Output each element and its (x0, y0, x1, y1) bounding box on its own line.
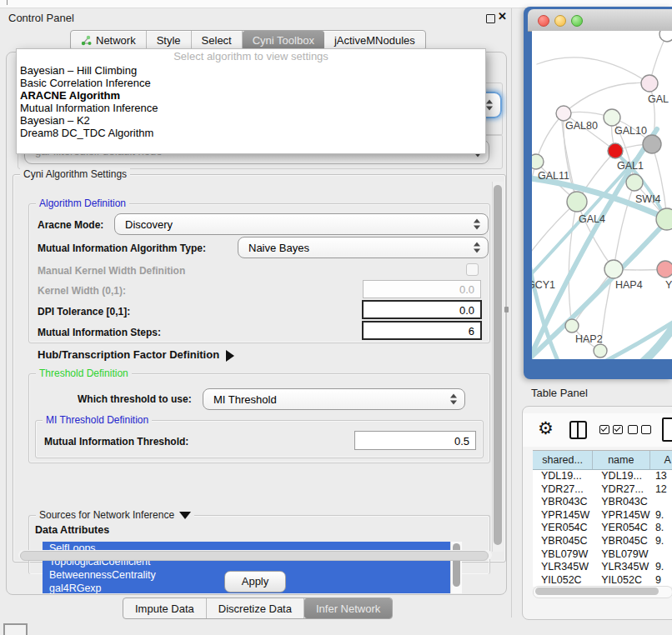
mi-threshold-field[interactable]: 0.5 (354, 431, 476, 450)
control-panel-title: Control Panel (8, 12, 74, 24)
select-all-checkbox-icon2[interactable] (613, 425, 623, 434)
network-view-window[interactable]: GALGAL80GAL10GAL1GAL11SWI4GAL4GCY1HAP4YH… (524, 7, 672, 379)
network-window-titlebar[interactable] (528, 9, 672, 32)
float-panel-icon[interactable] (486, 14, 495, 23)
scrollbar-thumb[interactable] (20, 551, 489, 561)
network-canvas[interactable]: GALGAL80GAL10GAL1GAL11SWI4GAL4GCY1HAP4YH… (532, 31, 672, 359)
deselect-all-checkbox-icon[interactable] (628, 425, 638, 434)
table-row[interactable]: YIL052CYIL052C9 (533, 574, 672, 587)
tab-select[interactable]: Select (192, 31, 243, 50)
node-label: Y (665, 279, 672, 291)
close-window-icon[interactable] (538, 15, 549, 27)
table-cell: 9. (650, 535, 672, 548)
manual-kernel-width-label: Manual Kernel Width Definition (38, 265, 185, 277)
kernel-width-field[interactable]: 0.0 (363, 280, 481, 298)
node-gal10[interactable] (604, 109, 620, 126)
tab-label: Impute Data (135, 602, 194, 615)
minimized-panel-grip[interactable] (3, 623, 28, 635)
column-header-name[interactable]: name (593, 451, 649, 469)
node-hap4[interactable] (604, 260, 623, 278)
network-edge[interactable] (532, 202, 577, 269)
node-swi4-small[interactable] (626, 174, 643, 191)
node-gal11[interactable] (532, 154, 544, 169)
table-row[interactable]: YPR145WYPR145W9. (533, 509, 672, 522)
tab-style[interactable]: Style (147, 31, 192, 50)
deselect-all-checkbox-icon2[interactable] (641, 425, 651, 434)
node-gal80[interactable] (556, 106, 571, 121)
table-row[interactable]: YLR345WYLR345W9. (533, 561, 672, 574)
top-edge-tick (7, 0, 8, 5)
tab-cyni-toolbox[interactable]: Cyni Toolbox (243, 31, 324, 50)
tab-impute-data[interactable]: Impute Data (123, 598, 207, 618)
network-edge[interactable] (536, 113, 564, 162)
table-cell: YBL079W (533, 548, 593, 562)
algorithm-option-bayesian-k2[interactable]: Bayesian – K2 (17, 114, 485, 127)
table-header-row: shared... name A (533, 451, 672, 470)
tab-jactivemnodules[interactable]: jActiveMNodules (324, 31, 425, 50)
node-gray[interactable] (643, 135, 661, 153)
tab-discretize-data[interactable]: Discretize Data (207, 598, 304, 618)
node-hap2[interactable] (565, 319, 579, 332)
network-edge[interactable] (537, 58, 649, 83)
hub-definition-label: Hub/Transcription Factor Definition (38, 348, 219, 361)
table-body: YDL19...YDL19...13YDR27...YDR27...12YBR0… (533, 470, 672, 587)
table-row[interactable]: YER054CYER054C8. (533, 522, 672, 535)
column-header-partial[interactable]: A (650, 451, 672, 469)
table-horizontal-scrollbar[interactable] (533, 586, 672, 598)
node-gal-partial[interactable] (641, 75, 658, 92)
settings-vertical-scrollbar[interactable] (492, 182, 504, 552)
node-top-partial[interactable] (659, 31, 672, 42)
node-gal1[interactable] (608, 143, 623, 158)
algorithm-option-dream8[interactable]: Dream8 DC_TDC Algorithm (17, 127, 485, 139)
select-all-checkbox-icon[interactable] (599, 425, 609, 434)
table-row[interactable]: YDL19...YDL19...13 (533, 470, 672, 483)
hub-definition-toggle[interactable]: Hub/Transcription Factor Definition (38, 348, 234, 362)
node-gal4[interactable] (567, 192, 587, 212)
tab-label: Style (157, 34, 181, 47)
gear-icon[interactable]: ⚙ (538, 418, 554, 438)
minimize-window-icon[interactable] (554, 15, 566, 27)
tab-network[interactable]: Network (71, 31, 147, 50)
aracne-mode-combo[interactable]: Discovery (114, 213, 489, 235)
sources-group-title[interactable]: Sources for Network Inference (36, 509, 194, 521)
node-y-partial[interactable] (657, 261, 672, 278)
network-edge[interactable] (564, 82, 649, 113)
aracne-mode-value: Discovery (125, 218, 173, 231)
tab-infer-network[interactable]: Infer Network (304, 598, 392, 618)
table-cell: YBR045C (533, 535, 593, 548)
algorithm-option-mutual-information[interactable]: Mutual Information Inference (17, 102, 485, 114)
algorithm-option-bayesian-hill-climbing[interactable]: Bayesian – Hill Climbing (17, 64, 485, 77)
close-panel-icon[interactable]: ✕ (498, 10, 507, 22)
mi-steps-field[interactable]: 6 (362, 321, 482, 340)
dpi-tolerance-field[interactable]: 0.0 (362, 300, 482, 319)
apply-button[interactable]: Apply (224, 571, 286, 592)
scrollbar-thumb[interactable] (494, 185, 502, 545)
mi-threshold-value: 0.5 (454, 434, 469, 447)
table-row[interactable]: YDR27...YDR27...12 (533, 483, 672, 497)
mi-algorithm-type-combo[interactable]: Naive Bayes (238, 237, 489, 258)
document-icon[interactable] (662, 418, 672, 442)
table-row[interactable]: YBR043CYBR043C (533, 496, 672, 509)
data-attributes-label: Data Attributes (35, 524, 109, 536)
algorithm-option-basic-correlation[interactable]: Basic Correlation Inference (17, 77, 485, 89)
table-row[interactable]: YBR045CYBR045C9. (533, 535, 672, 548)
aracne-mode-label: Aracne Mode: (38, 219, 103, 231)
network-edge[interactable] (577, 202, 614, 269)
which-threshold-combo[interactable]: MI Threshold (203, 388, 465, 410)
scrollbar-thumb[interactable] (535, 588, 659, 595)
algorithm-option-aracne[interactable]: ARACNE Algorithm (17, 89, 485, 102)
column-header-shared-name[interactable]: shared... (533, 451, 593, 469)
node-swi4-big[interactable] (656, 208, 672, 230)
table-cell: 9 (650, 574, 672, 587)
combo-stepper-icon (450, 394, 457, 405)
panel-splitter-handle[interactable] (504, 307, 509, 312)
combo-stepper-icon (474, 219, 480, 230)
node-bottom-partial[interactable] (594, 344, 607, 358)
manual-kernel-width-checkbox[interactable] (466, 263, 479, 276)
columns-icon[interactable] (569, 421, 587, 439)
zoom-window-icon[interactable] (571, 15, 583, 27)
settings-horizontal-scrollbar[interactable] (18, 550, 492, 560)
table-row[interactable]: YBL079WYBL079W (533, 548, 672, 562)
table-panel-title: Table Panel (531, 387, 588, 399)
table-cell: YDR27... (533, 483, 593, 497)
